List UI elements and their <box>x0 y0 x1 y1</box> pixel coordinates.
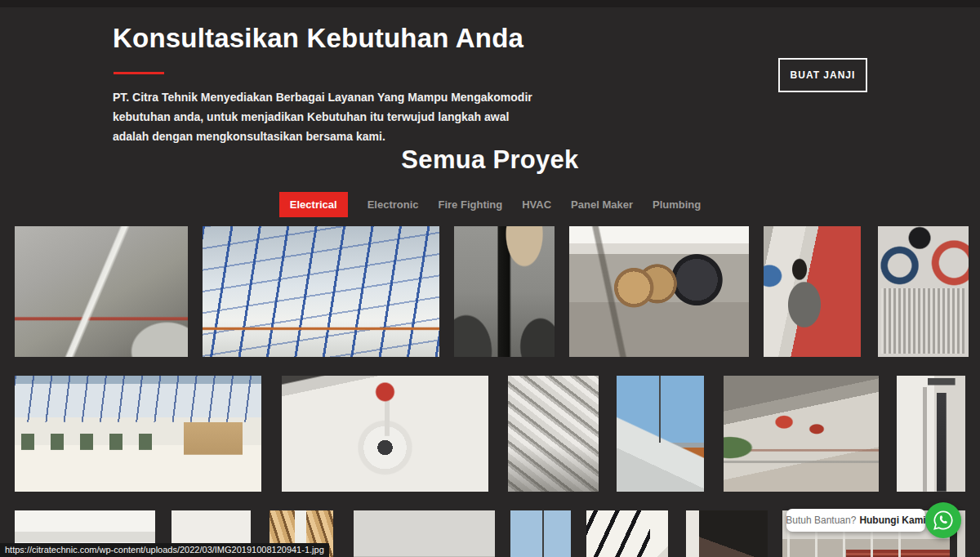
gallery-photo-sky-rod[interactable] <box>510 510 571 557</box>
project-filter-tabs: Electrical Electronic Fire Fighting HVAC… <box>0 192 980 217</box>
gallery-photo-cable-drums[interactable] <box>569 226 749 357</box>
whatsapp-icon <box>933 510 954 531</box>
gallery-photo-dark-interior[interactable] <box>686 510 768 557</box>
whatsapp-chat-pill[interactable]: Butuh Bantuan? Hubungi Kami <box>786 509 925 532</box>
browser-status-url: https://citratechnic.com/wp-content/uplo… <box>0 543 329 557</box>
page-title: Konsultasikan Kebutuhan Anda <box>113 23 523 54</box>
tab-fire-fighting[interactable]: Fire Fighting <box>439 192 503 217</box>
buat-janji-button[interactable]: BUAT JANJI <box>778 58 867 92</box>
tab-hvac[interactable]: HVAC <box>522 192 551 217</box>
chat-prompt-text: Butuh Bantuan? <box>786 515 856 526</box>
gallery-photo-site-haze[interactable] <box>354 510 495 557</box>
gallery-photo-cable-trays[interactable] <box>508 376 599 492</box>
section-title: Semua Proyek <box>0 145 980 175</box>
hero-description: PT. Citra Tehnik Menyediakan Berbagai La… <box>113 87 547 146</box>
gallery-photo-blue-roof[interactable] <box>203 226 439 357</box>
gallery-photo-transformer[interactable] <box>878 226 969 357</box>
gallery-photo-factory-floor[interactable] <box>15 376 261 492</box>
tab-electronic[interactable]: Electronic <box>368 192 419 217</box>
gallery-photo-rooftop-mast[interactable] <box>617 376 704 492</box>
gallery-photo-projector-mount[interactable] <box>282 376 488 492</box>
tab-plumbing[interactable]: Plumbing <box>653 192 701 217</box>
gallery-photo-concrete-ceiling[interactable] <box>15 226 188 357</box>
page-top-shade <box>0 0 980 7</box>
gallery-photo-hose-bundle[interactable] <box>586 510 668 557</box>
chat-action-text: Hubungi Kami <box>859 515 925 526</box>
gallery-photo-red-panel[interactable] <box>764 226 861 357</box>
gallery-photo-riser-shaft[interactable] <box>897 376 965 492</box>
gallery-photo-lightning-mast[interactable] <box>454 226 555 357</box>
whatsapp-button[interactable] <box>925 502 961 538</box>
tab-electrical[interactable]: Electrical <box>279 192 348 217</box>
gallery-photo-ceiling-workers[interactable] <box>724 376 879 492</box>
tab-panel-maker[interactable]: Panel Maker <box>571 192 633 217</box>
citra-tehnik-projects-page: Konsultasikan Kebutuhan Anda PT. Citra T… <box>0 0 980 557</box>
title-underline <box>114 72 164 74</box>
